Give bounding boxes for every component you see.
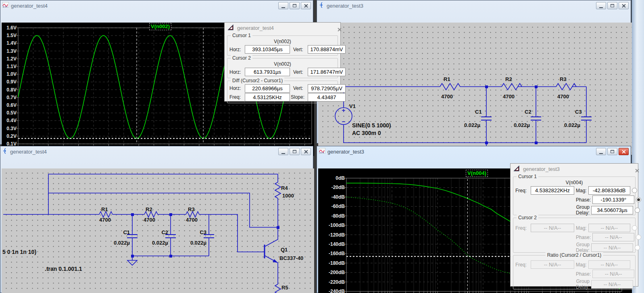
resistor-r1[interactable] xyxy=(440,83,460,90)
resistor-r1[interactable] xyxy=(99,212,113,217)
diff-vert-field[interactable]: 978.72905µV xyxy=(308,84,346,93)
value-r3[interactable]: 4700 xyxy=(557,94,569,100)
value-r1[interactable]: 4700 xyxy=(99,217,111,223)
label-c1[interactable]: C1 xyxy=(475,109,482,115)
cursor-dialog-generator_test4[interactable]: generator_test4 Cursor 1 V(n002) Horz: 3… xyxy=(224,22,341,102)
minimize-button[interactable] xyxy=(596,2,606,9)
label-c1[interactable]: C1 xyxy=(123,229,130,235)
label-r3[interactable]: R3 xyxy=(188,206,195,212)
label-r1[interactable]: R1 xyxy=(101,206,108,212)
cursor2-mag-field[interactable]: -- N/A-- xyxy=(588,224,630,232)
label-r1[interactable]: R1 xyxy=(444,76,450,82)
capacitor-c2[interactable] xyxy=(531,117,541,120)
close-button[interactable] xyxy=(301,2,311,9)
minimize-button[interactable] xyxy=(278,2,288,9)
ground-symbol[interactable] xyxy=(127,260,137,265)
group-delay-radio[interactable] xyxy=(635,208,640,213)
label-r5[interactable]: R5 xyxy=(281,285,288,291)
dialog-titlebar[interactable]: generator_test3 xyxy=(511,164,638,174)
value-c2[interactable]: 0.022µ xyxy=(152,240,168,246)
diff-freq-field[interactable]: 4.53125KHz xyxy=(245,93,290,102)
titlebar[interactable]: generator_test3 xyxy=(317,146,631,157)
resistor-r5[interactable] xyxy=(275,284,281,293)
value-c2[interactable]: 0.022µ xyxy=(514,122,530,128)
value-c3[interactable]: 0.022µ xyxy=(190,240,206,246)
cursor1-freq-field[interactable]: 4.5382822KHz xyxy=(531,186,574,195)
trace-label-vn002[interactable]: V(n002) xyxy=(149,23,171,30)
cursor1-mag-field[interactable]: -42.808336dB xyxy=(588,186,630,195)
label-c3[interactable]: C3 xyxy=(575,109,582,115)
cursor2-vert-field[interactable]: 171.86747mV xyxy=(308,68,346,76)
label-r4[interactable]: R4 xyxy=(281,185,288,191)
diff-slope-field[interactable]: 4.43487 xyxy=(308,93,346,102)
tick-label: -120dB xyxy=(329,232,345,238)
label-q1[interactable]: Q1 xyxy=(281,247,288,253)
cursor1-phase-field[interactable]: -190.1339° xyxy=(592,195,634,204)
restore-button[interactable] xyxy=(290,2,300,9)
schematic-canvas[interactable]: R1 4700 R2 4700 R3 4700 C1 0.022µ C2 0.0… xyxy=(2,168,314,293)
tick-label: 0.3V xyxy=(6,126,17,131)
resistor-r2[interactable] xyxy=(144,212,158,217)
schematic-window-icon xyxy=(2,148,8,156)
minimize-button[interactable] xyxy=(278,148,288,155)
freq-label: Freq: xyxy=(515,262,529,268)
restore-button[interactable] xyxy=(607,2,617,9)
label-c2[interactable]: C2 xyxy=(161,229,168,235)
cursor2-horz-field[interactable]: 613.7931µs xyxy=(245,68,290,76)
resistor-r4[interactable] xyxy=(275,182,281,198)
component-labels[interactable]: R1 4700 R2 4700 R3 4700 C1 0.022µ C2 0.0… xyxy=(342,76,582,153)
label-v1[interactable]: V1 xyxy=(349,103,356,109)
label-r2[interactable]: R2 xyxy=(505,76,512,82)
restore-button[interactable] xyxy=(290,148,300,155)
restore-button[interactable] xyxy=(607,148,617,155)
cursor2-mag-radio[interactable] xyxy=(632,225,637,231)
dialog-titlebar[interactable]: generator_test4 xyxy=(225,23,340,33)
model-q1[interactable]: BC337-40 xyxy=(279,255,303,261)
label-c2[interactable]: C2 xyxy=(525,109,531,115)
waveform-window-icon xyxy=(319,148,325,155)
v1-sine-params[interactable]: SINE(0 5 1000) xyxy=(352,122,391,129)
cursor1-horz-field[interactable]: 393.10345µs xyxy=(245,45,290,54)
label-c3[interactable]: C3 xyxy=(200,229,206,235)
source-params-clipped[interactable]: 5 0 1n 1n 10) xyxy=(2,249,36,255)
component-labels[interactable]: R1 4700 R2 4700 R3 4700 C1 0.022µ C2 0.0… xyxy=(2,185,303,293)
value-c1[interactable]: 0.022µ xyxy=(464,122,480,128)
cursor2-freq-field[interactable]: -- N/A-- xyxy=(531,224,574,232)
close-button[interactable] xyxy=(619,148,629,155)
schematic-canvas[interactable]: R1 4700 R2 4700 R3 4700 C1 0.022µ C2 0.0… xyxy=(318,23,632,155)
value-r2[interactable]: 4700 xyxy=(144,217,155,223)
cursor2-group-delay-field[interactable]: -- N/A-- xyxy=(591,243,633,252)
value-r4[interactable]: 1000 xyxy=(282,193,294,199)
wires[interactable] xyxy=(344,87,586,148)
close-button[interactable] xyxy=(301,148,311,155)
minimize-button[interactable] xyxy=(596,148,606,155)
cursor1-group-delay-field[interactable]: 34.506073µs xyxy=(591,206,633,214)
label-r2[interactable]: R2 xyxy=(146,206,152,212)
cursor-dialog-generator_test3[interactable]: generator_test3 Cursor 1 V(n004) Freq: 4… xyxy=(510,163,638,287)
value-r2[interactable]: 4700 xyxy=(503,94,515,100)
vert-label: Vert: xyxy=(293,85,306,91)
titlebar[interactable]: generator_test3 xyxy=(317,0,631,11)
value-c1[interactable]: 0.022µ xyxy=(114,240,130,246)
ltspice-logo-icon xyxy=(513,165,520,173)
close-button[interactable] xyxy=(619,2,629,9)
titlebar[interactable]: generator_test4 xyxy=(0,0,313,11)
value-r3[interactable]: 4700 xyxy=(186,217,198,223)
titlebar[interactable]: generator_test4 xyxy=(0,146,313,157)
capacitor-c1[interactable] xyxy=(481,117,492,120)
wires[interactable] xyxy=(3,174,278,293)
cursor1-vert-field[interactable]: 170.88874mV xyxy=(308,45,346,54)
voltage-source-v1[interactable] xyxy=(335,108,352,125)
capacitor-c3[interactable] xyxy=(581,117,592,120)
value-c3[interactable]: 0.022µ xyxy=(564,122,580,128)
v1-ac-params[interactable]: AC 300m 0 xyxy=(352,130,381,136)
cursor2-phase-field[interactable]: -- N/A-- xyxy=(592,233,634,241)
resistor-r3[interactable] xyxy=(186,212,199,217)
label-r3[interactable]: R3 xyxy=(560,76,567,82)
mag-radio[interactable] xyxy=(632,188,637,193)
value-r1[interactable]: 4700 xyxy=(441,94,453,100)
cursor2-group-delay-radio[interactable] xyxy=(635,245,640,250)
diff-horz-field[interactable]: 220.68966µs xyxy=(245,84,290,93)
trace-label-vn004[interactable]: V(n004) xyxy=(466,170,488,177)
spice-directive-tran[interactable]: .tran 0.1.001.1 xyxy=(45,266,82,272)
